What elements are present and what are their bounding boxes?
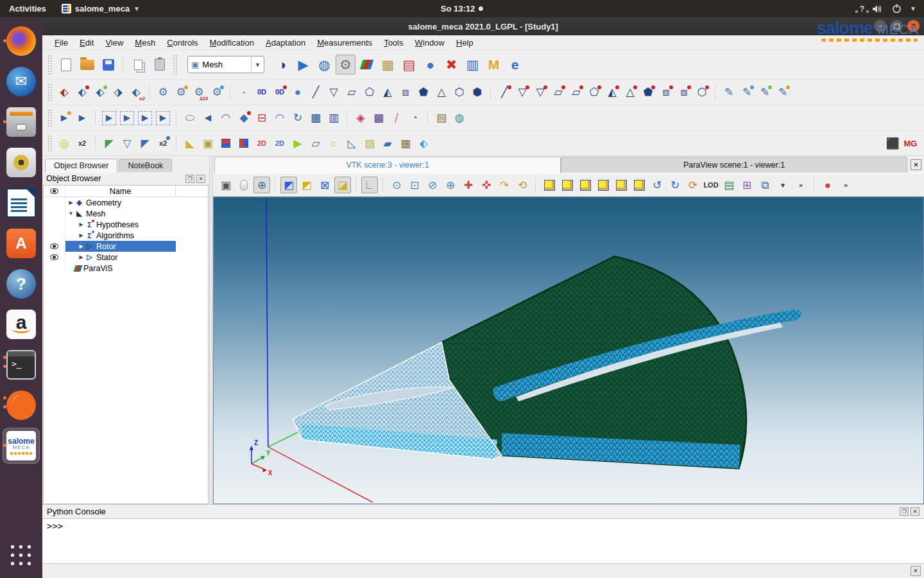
tree-row-hypotheses[interactable]: ▶ΣHypotheses [44,219,208,230]
close-console-icon[interactable]: ✕ [911,507,920,516]
grid-pattern-icon[interactable]: ▦ [307,110,324,127]
free-edges-icon[interactable]: ▽ [119,135,135,152]
recording-overflow-icon[interactable]: » [837,177,854,193]
quadratic-polygon-icon[interactable]: ⬠ [586,84,603,101]
quadrangle-icon[interactable]: ▱ [343,84,360,101]
triquadratic-hexahedron-icon[interactable]: ⧈ [676,84,692,101]
scaling-icon[interactable]: ▤ [721,177,737,193]
calculator-module-icon[interactable]: ▦ [378,55,398,74]
biquadratic-triangle-icon[interactable]: ▽ [532,84,549,101]
expand-arrow-icon[interactable]: ▶ [78,222,84,227]
zoom-plus-icon[interactable]: ⊕ [442,177,459,193]
merge-nodes-icon[interactable]: ◈ [352,110,369,127]
python-console-input[interactable]: >>> [42,518,924,564]
expand-arrow-icon[interactable]: ▶ [68,200,74,206]
aspect-ratio-icon[interactable]: ▶ [289,135,306,152]
quadratic-triangle-icon[interactable]: ▽ [514,84,531,101]
parallel-mode-icon[interactable]: ⧉ [757,177,773,193]
split-edge-icon[interactable]: ⊟ [253,110,270,127]
tree-row-mesh[interactable]: ▼◣Mesh [44,208,208,219]
create-mesh-icon[interactable]: ⬖ [74,84,90,101]
bottom-view-icon[interactable] [595,177,612,193]
add-node-icon[interactable]: ◆ [235,110,252,127]
geometry-module-icon[interactable]: ◑ [272,55,292,74]
free-borders-icon[interactable]: ◎ [56,135,73,152]
menu-edit[interactable]: Edit [74,37,99,49]
menu-adaptation[interactable]: Adaptation [260,37,311,49]
menu-tools[interactable]: Tools [378,37,409,49]
polygon-icon[interactable]: ⬠ [361,84,378,101]
expand-arrow-icon[interactable]: ▶ [78,232,84,238]
quadratic-quadrangle-icon[interactable]: ▱ [550,84,567,101]
grid-pattern2-icon[interactable]: ▥ [325,110,342,127]
element-diameter-icon[interactable]: ▰ [379,135,396,152]
undock-console-icon[interactable]: ❐ [900,507,909,516]
warping-icon[interactable]: ▱ [307,135,324,152]
menu-view[interactable]: View [99,37,129,49]
fit-area-icon[interactable]: ⊡ [406,177,423,193]
zoom-icon[interactable]: ⊘ [424,177,441,193]
dock-item-thunderbird[interactable] [3,64,40,100]
tree-row-algorithms[interactable]: ▶ΣAlgorithms [44,230,208,241]
scaled-jacobian-icon[interactable]: ▨ [361,135,378,152]
compute-gear-icon[interactable]: ⚙ [155,84,171,101]
dock-item-files[interactable] [3,104,40,140]
multiconnection-2d-icon[interactable]: 2D [253,135,270,152]
menu-window[interactable]: Window [409,37,450,49]
activities-button[interactable]: Activities [0,0,55,17]
dump-view-icon[interactable]: ▣ [218,177,234,193]
start-recording-icon[interactable]: ● [819,177,836,193]
hexagonal-prism-icon[interactable]: ⬡ [451,84,468,101]
double-nodes-icon[interactable]: x2 [74,135,90,152]
viewer-tab-paraview[interactable]: ParaView scene:1 - viewer:1 [561,157,907,173]
interaction-style-icon[interactable] [235,177,252,193]
toolbar-overflow-icon[interactable]: » [792,177,809,193]
select-node-filter-icon[interactable]: ► [101,110,117,127]
statusbar-close-button[interactable]: ✕ [911,566,921,576]
paravis-module-icon[interactable] [357,55,377,74]
hexahedron-icon[interactable]: ⧈ [397,84,414,101]
node-icon[interactable]: · [235,84,252,101]
copy-icon[interactable] [128,55,148,74]
dock-item-libreoffice[interactable] [3,185,40,221]
rotate-left-icon[interactable]: ↺ [649,177,665,193]
menu-mesh[interactable]: Mesh [129,37,161,49]
expand-arrow-icon[interactable]: ▶ [78,254,84,260]
select-volume-filter-icon[interactable]: ► [155,110,171,127]
area-control-icon[interactable] [218,135,234,152]
menu-measurements[interactable]: Measurements [311,37,378,49]
elem0d-icon[interactable]: 0D [253,84,270,101]
move-node-icon[interactable]: ◄ [200,110,216,127]
new-document-icon[interactable] [56,55,76,74]
jobmanager-module-icon[interactable]: ● [420,55,440,74]
free-nodes-icon[interactable]: ◤ [137,135,153,152]
quadratic-pentahedron-icon[interactable]: ⬟ [640,84,656,101]
meshgems-label[interactable]: MG [902,135,919,152]
dock-item-help[interactable] [3,266,40,302]
menu-modification[interactable]: Modification [204,37,260,49]
mesh-cube-icon[interactable]: ⬛ [884,135,901,152]
find-element-icon[interactable]: ► [56,110,73,127]
dock-item-amazon[interactable] [3,306,40,342]
taper-icon[interactable]: ○ [325,135,342,152]
mesh-information-icon[interactable]: ► [74,110,90,127]
extrusion-icon[interactable]: ✎ [739,84,755,101]
precompute-gear-icon[interactable]: ⚙ [173,84,189,101]
select-points-icon[interactable]: ◩ [280,177,297,193]
tree-row-stator[interactable]: ▶▷Stator [44,252,208,263]
right-view-icon[interactable] [631,177,647,193]
tree-row-rotor[interactable]: ▶▷Rotor [44,241,208,252]
save-study-icon[interactable] [98,55,118,74]
length-2d-control-icon[interactable]: 2D [271,135,288,152]
evaluate-gear-icon[interactable]: ⚙123 [191,84,207,101]
max-element-length-icon[interactable]: ▦ [397,135,414,152]
graduated-axes-icon[interactable]: ⊞ [739,177,755,193]
dock-item-rhythmbox[interactable] [3,144,40,180]
europlexus-module-icon[interactable]: e [505,55,525,74]
mesh-order-gear-icon[interactable]: ⚙ [209,84,225,101]
show-trihedron-icon[interactable]: ∟ [361,177,378,193]
deflection-icon[interactable]: ⬖ [415,135,432,152]
back-view-icon[interactable] [559,177,576,193]
cut-mesh-icon[interactable]: ⧸ [388,110,405,127]
biquadratic-quadrangle-icon[interactable]: ▱ [568,84,585,101]
